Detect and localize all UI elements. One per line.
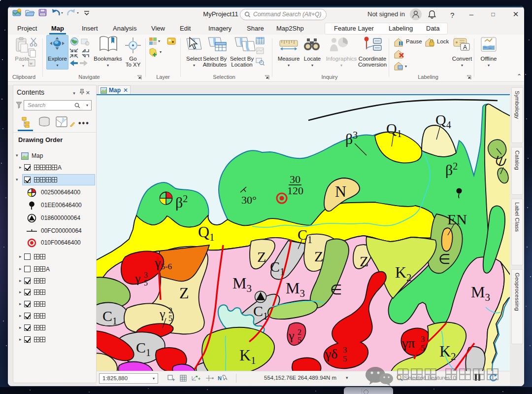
svg-text:2: 2 xyxy=(298,328,301,336)
svg-text:N: N xyxy=(218,375,222,381)
svg-text:Z: Z xyxy=(179,284,189,302)
svg-text:EN: EN xyxy=(447,211,467,227)
svg-text:N: N xyxy=(335,182,346,200)
svg-text:5: 5 xyxy=(298,336,301,344)
svg-text:∈: ∈ xyxy=(330,282,342,297)
svg-text:3: 3 xyxy=(144,271,148,279)
svg-text:γ: γ xyxy=(288,328,295,343)
svg-text:2: 2 xyxy=(168,306,172,315)
svg-text:3: 3 xyxy=(343,345,347,355)
svg-text:γδ: γδ xyxy=(325,346,338,361)
svg-text:A: A xyxy=(463,44,467,51)
svg-text:γ: γ xyxy=(134,271,141,286)
svg-text:120: 120 xyxy=(287,184,303,197)
svg-text:Z: Z xyxy=(360,253,368,269)
svg-text:30°: 30° xyxy=(241,194,257,206)
svg-text:γ: γ xyxy=(159,307,166,321)
svg-text:5: 5 xyxy=(343,354,347,363)
svg-text:Z: Z xyxy=(314,248,323,264)
svg-text:Z: Z xyxy=(257,249,266,265)
svg-text:30: 30 xyxy=(290,173,300,185)
svg-text:5: 5 xyxy=(421,343,425,353)
svg-text:∈: ∈ xyxy=(438,251,450,267)
svg-text:w: w xyxy=(29,61,33,66)
svg-text:γπ: γπ xyxy=(401,335,415,351)
svg-text:3: 3 xyxy=(421,334,425,344)
svg-text:5: 5 xyxy=(168,314,172,322)
svg-text:5: 5 xyxy=(144,279,148,287)
